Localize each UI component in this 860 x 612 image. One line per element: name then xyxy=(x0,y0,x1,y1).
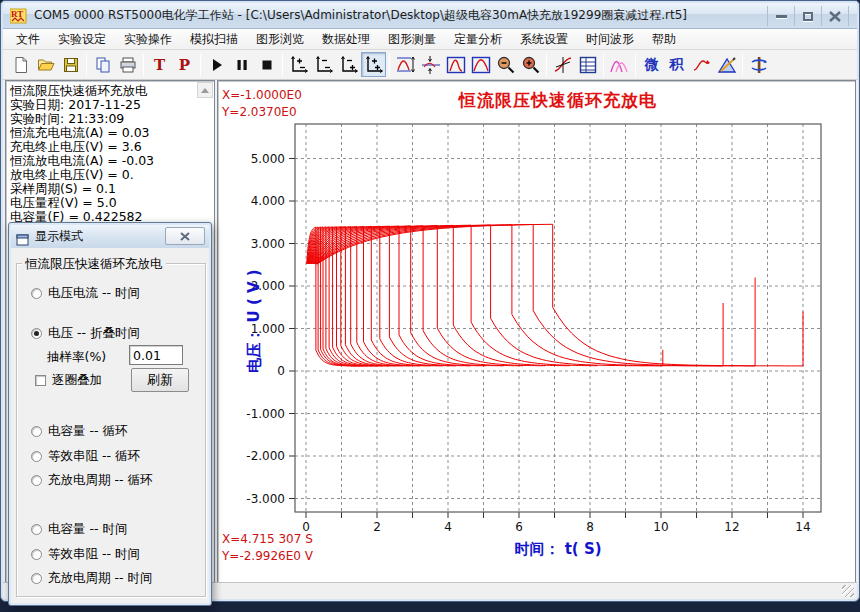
info-line: 放电终止电压(V) = 0. xyxy=(10,168,213,182)
overlay-per-cycle-checkbox-row[interactable]: 逐圈叠加 xyxy=(35,372,102,389)
dialog-title-bar[interactable]: 显示模式 xyxy=(11,225,209,248)
menu-data-processing[interactable]: 数据处理 xyxy=(313,28,379,51)
radio-cycle-period-vs-cycle[interactable]: 充放电周期 -- 循环 xyxy=(31,472,152,488)
scale-y-expand-button[interactable] xyxy=(393,52,418,77)
radio-esr-vs-cycle[interactable]: 等效串阻 -- 循环 xyxy=(31,448,140,464)
scroll-up-button[interactable] xyxy=(197,82,213,98)
toolbar-separator xyxy=(635,54,636,76)
radio-cycle-period-vs-time[interactable]: 充放电周期 -- 时间 xyxy=(31,570,152,586)
axis-plus-plus-icon xyxy=(364,55,384,75)
radio-icon xyxy=(31,426,42,437)
text-P-button[interactable]: P xyxy=(172,52,197,77)
print-button[interactable] xyxy=(115,52,140,77)
overlay-peaks-button[interactable] xyxy=(607,52,632,77)
minimize-button[interactable] xyxy=(768,6,795,26)
save-button[interactable] xyxy=(58,52,83,77)
new-document-button[interactable] xyxy=(8,52,33,77)
smooth-curve-button[interactable] xyxy=(689,52,714,77)
readout-y: Y=-2.9926E0 V xyxy=(222,548,313,565)
dialog-icon xyxy=(16,231,30,243)
full-view-button[interactable] xyxy=(468,52,493,77)
refresh-button[interactable]: 刷新 xyxy=(131,368,189,392)
radio-icon xyxy=(31,288,42,299)
text-T-button[interactable]: T xyxy=(147,52,172,77)
menu-experiment-operation[interactable]: 实验操作 xyxy=(115,28,181,51)
new-document-icon xyxy=(12,56,30,74)
close-icon xyxy=(180,232,190,241)
radio-esr-vs-time[interactable]: 等效串阻 -- 时间 xyxy=(31,546,140,562)
voltage-time-plot[interactable]: 024681012145.0004.0003.0002.0001.0000-1.… xyxy=(218,81,857,585)
maximize-button[interactable] xyxy=(795,6,822,26)
menu-system-settings[interactable]: 系统设置 xyxy=(511,28,577,51)
svg-text:12: 12 xyxy=(724,520,739,534)
pause-button[interactable] xyxy=(229,52,254,77)
toolbar-separator xyxy=(86,54,87,76)
radio-icon xyxy=(31,524,42,535)
svg-text:-2.000: -2.000 xyxy=(246,449,285,463)
zoom-window-button[interactable] xyxy=(443,52,468,77)
chart-title: 恒流限压快速循环充放电 xyxy=(295,89,821,112)
radio-voltage-vs-folded-time[interactable]: 电压 -- 折叠时间 xyxy=(31,325,140,341)
data-table-button[interactable] xyxy=(575,52,600,77)
display-mode-dialog[interactable]: 显示模式 恒流限压快速循环充放电 电压电流 -- 时间 电压 -- 折叠时间 抽… xyxy=(8,222,212,606)
zoom-in-button[interactable] xyxy=(518,52,543,77)
cursor-readout-top: X=-1.0000E0 Y=2.0370E0 xyxy=(222,87,302,121)
run-button[interactable] xyxy=(204,52,229,77)
maximize-icon xyxy=(803,12,813,21)
radio-capacitance-vs-cycle[interactable]: 电容量 -- 循环 xyxy=(31,423,127,439)
overlay-peaks-icon xyxy=(610,55,630,75)
open-file-button[interactable] xyxy=(33,52,58,77)
menu-simulated-scan[interactable]: 模拟扫描 xyxy=(181,28,247,51)
toolbar-separator xyxy=(546,54,547,76)
derivative-icon: 微 xyxy=(645,56,659,74)
info-line: 恒流充电电流(A) = 0.03 xyxy=(10,126,213,140)
svg-text:4: 4 xyxy=(444,520,452,534)
chart-panel[interactable]: 024681012145.0004.0003.0002.0001.0000-1.… xyxy=(217,80,856,584)
axis-plus-minus-icon xyxy=(289,55,309,75)
stop-button[interactable] xyxy=(254,52,279,77)
menu-experiment-setup[interactable]: 实验设定 xyxy=(49,28,115,51)
text-T-icon: T xyxy=(154,56,165,74)
radio-voltage-current-vs-time[interactable]: 电压电流 -- 时间 xyxy=(31,285,140,301)
y-axis-label: 电压： U ( V ) xyxy=(245,269,264,372)
annotate-button[interactable] xyxy=(714,52,739,77)
menu-quantitative-analysis[interactable]: 定量分析 xyxy=(445,28,511,51)
pause-icon xyxy=(234,57,250,73)
radio-icon xyxy=(31,549,42,560)
scale-y-compress-button[interactable] xyxy=(418,52,443,77)
axis-minus-minus-button[interactable] xyxy=(311,52,336,77)
sample-rate-input[interactable] xyxy=(129,345,183,365)
tangent-button[interactable] xyxy=(550,52,575,77)
svg-text:5.000: 5.000 xyxy=(251,152,285,166)
toolbar-separator xyxy=(603,54,604,76)
menu-file[interactable]: 文件 xyxy=(7,28,49,51)
cursor-readout-bottom: X=4.715 307 S Y=-2.9926E0 V xyxy=(222,531,313,565)
svg-text:14: 14 xyxy=(795,520,810,534)
derivative-button[interactable]: 微 xyxy=(639,52,664,77)
data-table-icon xyxy=(578,55,598,75)
readout-x: X=-1.0000E0 xyxy=(222,87,302,104)
zoom-out-button[interactable] xyxy=(493,52,518,77)
rotate-3d-button[interactable] xyxy=(746,52,771,77)
menu-graph-browse[interactable]: 图形浏览 xyxy=(247,28,313,51)
axis-plus-plus-button[interactable] xyxy=(361,52,386,77)
integral-icon: 积 xyxy=(670,56,684,74)
scale-y-compress-icon xyxy=(421,55,441,75)
close-button[interactable] xyxy=(822,6,849,26)
radio-capacitance-vs-time[interactable]: 电容量 -- 时间 xyxy=(31,521,127,537)
zoom-window-icon xyxy=(446,55,466,75)
copy-button[interactable] xyxy=(90,52,115,77)
window-title: COM5 0000 RST5000电化学工作站 - [C:\Users\Admi… xyxy=(34,7,687,24)
smooth-curve-icon xyxy=(692,55,712,75)
menu-help[interactable]: 帮助 xyxy=(643,28,685,51)
menu-graph-measure[interactable]: 图形测量 xyxy=(379,28,445,51)
axis-plus-minus-button[interactable] xyxy=(286,52,311,77)
integral-button[interactable]: 积 xyxy=(664,52,689,77)
dialog-close-button[interactable] xyxy=(165,227,205,245)
x-axis-label: 时间： t( S) xyxy=(295,540,821,559)
radio-icon xyxy=(31,475,42,486)
svg-text:3.000: 3.000 xyxy=(251,237,285,251)
resize-grip-icon[interactable] xyxy=(842,585,854,597)
axis-minus-plus-button[interactable] xyxy=(336,52,361,77)
menu-time-waveform[interactable]: 时间波形 xyxy=(577,28,643,51)
